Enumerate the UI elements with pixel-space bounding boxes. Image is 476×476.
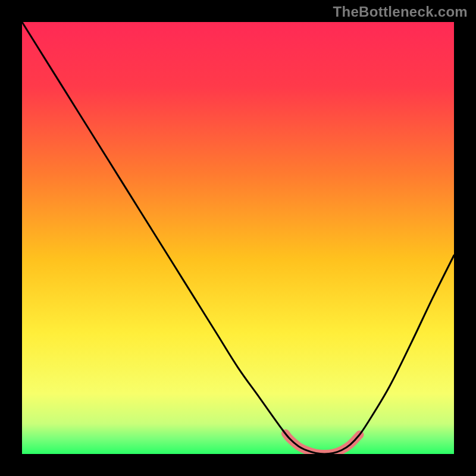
gradient-background bbox=[22, 22, 454, 454]
bottleneck-chart bbox=[0, 0, 476, 476]
chart-container: TheBottleneck.com bbox=[0, 0, 476, 476]
watermark-text: TheBottleneck.com bbox=[333, 4, 468, 20]
